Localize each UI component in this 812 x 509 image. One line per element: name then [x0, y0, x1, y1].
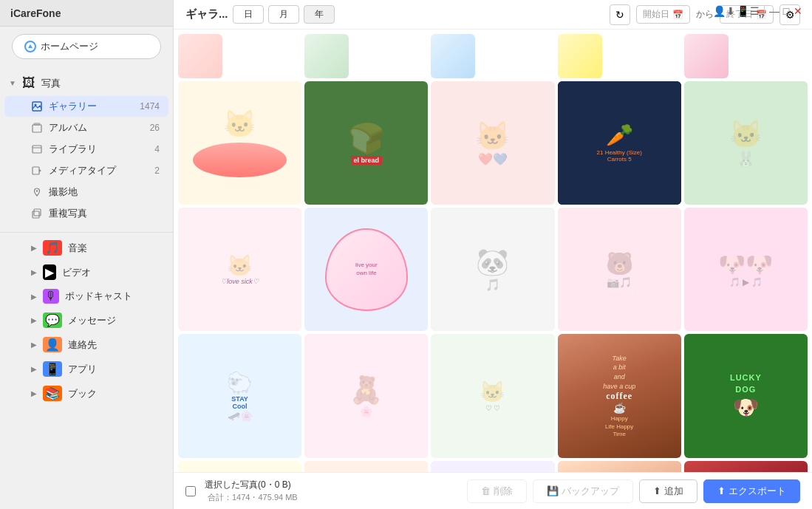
export-icon: ⬆: [717, 485, 726, 496]
tab-year[interactable]: 年: [304, 5, 335, 24]
message-label: メッセージ: [68, 314, 116, 327]
select-all-checkbox[interactable]: [185, 486, 196, 496]
gallery-item-partial-5[interactable]: [684, 34, 729, 78]
gallery-item-14[interactable]: Takea bitandhave a cup coffee ☕ HappyLif…: [558, 334, 681, 457]
svg-marker-0: [28, 44, 33, 48]
sidebar-item-app[interactable]: ▶ 📱 アプリ: [4, 358, 168, 380]
gallery-title: ギャラ...: [185, 7, 228, 21]
svg-rect-10: [34, 209, 41, 216]
sidebar-item-gallery[interactable]: ギャラリー 1474: [4, 96, 168, 117]
gallery-item-17[interactable]: cuteday 🐻: [304, 461, 428, 472]
gallery-item-20[interactable]: 🌲🌲: [684, 461, 808, 472]
svg-rect-7: [33, 167, 39, 174]
mediatype-count: 2: [154, 165, 160, 176]
sidebar-item-book[interactable]: ▶ 📚 ブック: [4, 382, 168, 405]
contact-label: 連絡先: [68, 338, 97, 352]
gallery-scroll[interactable]: 🐱 🍞 el bread 🐱 ❤️💙: [174, 30, 812, 472]
gallery-item-6[interactable]: 🐱 ♡love sick♡: [178, 208, 301, 331]
gallery-item-partial-2[interactable]: [304, 34, 349, 78]
book-label: ブック: [68, 387, 97, 400]
backup-button[interactable]: 💾 バックアップ: [533, 479, 633, 503]
backup-label: バックアップ: [562, 485, 619, 498]
gallery-item-10[interactable]: 🐶🐶 🎵 ▶ 🎵: [684, 208, 808, 331]
app-header: iCareFone: [0, 0, 173, 27]
gallery-placeholder-5: 🐱 🐰: [684, 81, 808, 205]
menu-icon-btn[interactable]: ☰: [749, 6, 760, 16]
svg-rect-3: [33, 125, 41, 132]
sidebar-item-mediatype[interactable]: メディアタイプ 2: [4, 160, 168, 181]
gallery-count: 1474: [140, 101, 160, 112]
home-button[interactable]: ホームページ: [12, 34, 161, 59]
gallery-item-15[interactable]: LUCKYDOG 🐶: [684, 334, 808, 457]
sidebar-item-duplicate[interactable]: 重複写真: [4, 203, 168, 224]
gallery-item-9[interactable]: 🐻 📷🎵: [558, 208, 681, 331]
podcast-app-icon: 🎙: [43, 289, 59, 304]
gallery-placeholder-11: 🐑 STAYCool 🛹🌸: [178, 334, 301, 457]
gallery-item-4[interactable]: 🥕 21 Healthy (Size)Carrots 5: [558, 81, 681, 205]
minimize-button[interactable]: —: [769, 6, 779, 16]
library-count: 4: [154, 144, 160, 154]
gallery-item-partial-4[interactable]: [558, 34, 602, 78]
add-button[interactable]: ⬆ 追加: [639, 479, 697, 503]
sidebar-item-music[interactable]: ▶ 🎵 音楽: [4, 236, 168, 259]
sidebar-item-video[interactable]: ▶ ▶ ビデオ: [4, 261, 168, 284]
home-circle-icon: [24, 41, 36, 52]
podcast-arrow-icon: ▶: [31, 293, 37, 301]
sidebar-item-contact[interactable]: ▶ 👤 連絡先: [4, 333, 168, 356]
export-button[interactable]: ⬆ エクスポート: [703, 479, 800, 503]
video-app-icon: ▶: [43, 264, 56, 280]
export-label: エクスポート: [729, 485, 786, 498]
sidebar-item-podcast[interactable]: ▶ 🎙 ポッドキャスト: [4, 285, 168, 307]
book-app-icon: 📚: [43, 386, 62, 401]
gallery-placeholder-7: live yourown life: [304, 208, 428, 331]
maximize-button[interactable]: □: [781, 6, 791, 16]
person-icon-btn[interactable]: 👤: [714, 6, 724, 16]
calendar-start-icon: 📅: [672, 10, 683, 20]
svg-rect-5: [33, 146, 41, 153]
gallery-item-3[interactable]: 🐱 ❤️💙: [431, 81, 554, 205]
gallery-item-11[interactable]: 🐑 STAYCool 🛹🌸: [178, 334, 301, 457]
partial-row: [178, 34, 808, 78]
location-icon: [31, 186, 43, 198]
topbar-left: ギャラ... 日 月 年: [185, 5, 335, 24]
gallery-item-partial-3[interactable]: [431, 34, 475, 78]
music-arrow-icon: ▶: [31, 244, 37, 252]
tab-day[interactable]: 日: [233, 5, 264, 24]
gallery-item-12[interactable]: 🧸 🌸: [304, 334, 428, 457]
message-arrow-icon: ▶: [31, 316, 37, 324]
gallery-item-1[interactable]: 🐱: [178, 81, 301, 205]
sidebar-item-library[interactable]: ライブラリ 4: [4, 139, 168, 160]
contact-arrow-icon: ▶: [31, 341, 37, 349]
close-button[interactable]: ✕: [793, 6, 803, 16]
sidebar-item-location[interactable]: 撮影地: [4, 182, 168, 202]
gallery-item-18[interactable]: LOVE 🐱: [431, 461, 554, 472]
add-label: 追加: [664, 485, 683, 498]
gallery-item-16[interactable]: GoodLuck🍒 🍒: [178, 461, 301, 472]
album-label: アルバム: [49, 121, 87, 134]
gallery-item-7[interactable]: live yourown life: [304, 208, 428, 331]
gallery-item-5[interactable]: 🐱 🐰: [684, 81, 808, 205]
gallery-item-13[interactable]: 🐱 ♡ ♡: [431, 334, 554, 457]
gallery-item-2[interactable]: 🍞 el bread: [304, 81, 428, 205]
gallery-placeholder-10: 🐶🐶 🎵 ▶ 🎵: [684, 208, 808, 331]
sidebar-item-album[interactable]: アルバム 26: [4, 117, 168, 138]
location-label: 撮影地: [49, 185, 78, 199]
refresh-button[interactable]: ↻: [610, 4, 630, 25]
tab-month[interactable]: 月: [268, 5, 299, 24]
phone-icon-btn[interactable]: 📱: [737, 6, 748, 16]
gallery-grid: 🐱 🍞 el bread 🐱 ❤️💙: [178, 81, 808, 472]
bottombar-actions: 🗑 削除 💾 バックアップ ⬆ 追加 ⬆ エクスポート: [467, 479, 800, 503]
gallery-placeholder-18: LOVE 🐱: [431, 461, 554, 472]
photos-group-header[interactable]: ▼ 🖼 写真: [0, 71, 173, 95]
window-controls: 👤 ⬇ 📱 ☰ — □ ✕: [705, 0, 812, 22]
download-icon-btn[interactable]: ⬇: [726, 6, 736, 16]
gallery-item-19[interactable]: 👩 portrait: [558, 461, 681, 472]
gallery-placeholder-3: 🐱 ❤️💙: [431, 81, 554, 205]
delete-label: 削除: [494, 485, 513, 498]
gallery-item-partial-1[interactable]: [178, 34, 222, 78]
gallery-item-8[interactable]: 🐼 🎵: [431, 208, 554, 331]
mediatype-icon: [31, 165, 43, 177]
start-date-input[interactable]: 開始日 📅: [636, 5, 690, 24]
delete-button[interactable]: 🗑 削除: [467, 479, 527, 503]
sidebar-item-message[interactable]: ▶ 💬 メッセージ: [4, 309, 168, 332]
